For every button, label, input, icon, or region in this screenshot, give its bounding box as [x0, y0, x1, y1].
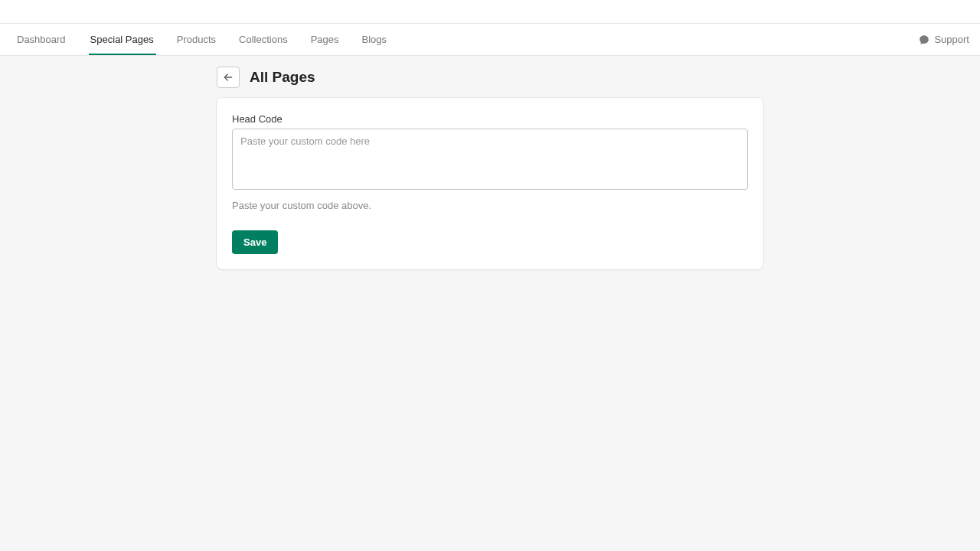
tab-label: Special Pages	[90, 34, 154, 45]
tab-special-pages[interactable]: Special Pages	[79, 24, 165, 55]
tab-blogs[interactable]: Blogs	[351, 24, 399, 55]
head-code-help: Paste your custom code above.	[232, 200, 748, 211]
back-button[interactable]	[217, 67, 240, 88]
tab-pages[interactable]: Pages	[299, 24, 351, 55]
tab-label: Products	[177, 34, 216, 45]
arrow-left-icon	[222, 71, 234, 83]
tab-dashboard[interactable]: Dashboard	[0, 24, 79, 55]
tab-products[interactable]: Products	[165, 24, 227, 55]
head-code-textarea[interactable]	[232, 129, 748, 190]
tab-label: Dashboard	[17, 34, 66, 45]
tab-label: Collections	[239, 34, 288, 45]
tab-label: Pages	[311, 34, 339, 45]
tab-collections[interactable]: Collections	[227, 24, 299, 55]
nav-tabs: Dashboard Special Pages Products Collect…	[0, 24, 398, 55]
top-spacer	[0, 0, 980, 24]
nav-bar: Dashboard Special Pages Products Collect…	[0, 24, 980, 56]
page-body: All Pages Head Code Paste your custom co…	[0, 56, 980, 551]
content-wrap: All Pages Head Code Paste your custom co…	[217, 67, 763, 269]
support-link[interactable]: Support	[919, 34, 969, 45]
head-code-label: Head Code	[232, 113, 748, 125]
chat-icon	[919, 34, 929, 45]
page-title: All Pages	[250, 69, 315, 86]
head-code-card: Head Code Paste your custom code above. …	[217, 98, 763, 269]
page-header: All Pages	[217, 67, 763, 88]
tab-label: Blogs	[362, 34, 387, 45]
support-label: Support	[934, 34, 969, 45]
save-button[interactable]: Save	[232, 230, 278, 254]
